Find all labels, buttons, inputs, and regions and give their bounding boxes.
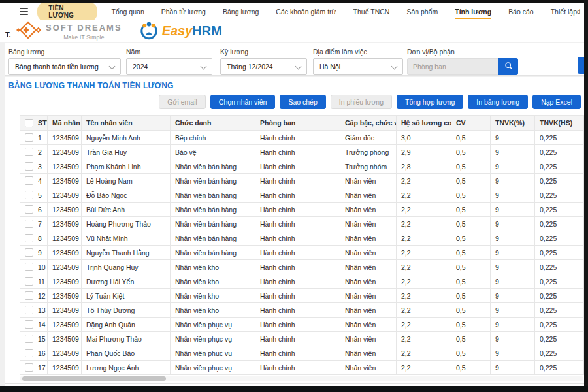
- cell-tnvk-pct: 9: [491, 131, 535, 145]
- cell-stt: 6: [33, 203, 48, 217]
- cell-tnvk-hs: 0,225: [535, 274, 584, 289]
- table-row[interactable]: 17 1234509 Lương Ngọc Ánh Nhân viên phục…: [20, 361, 584, 375]
- truncated-text: T.: [5, 31, 11, 39]
- nav-item[interactable]: Phần tử lương: [161, 4, 206, 20]
- select-dia-diem[interactable]: Hà Nội: [313, 58, 403, 75]
- row-checkbox[interactable]: [25, 133, 33, 142]
- row-checkbox[interactable]: [25, 162, 33, 171]
- table-row[interactable]: 3 1234509 Phạm Khánh Linh Nhân viên bán …: [20, 159, 584, 174]
- table-row[interactable]: 1 1234509 Nguyễn Minh Anh Bếp chính Hành…: [20, 131, 584, 145]
- cell-stt: 7: [33, 217, 48, 231]
- logo-bar: T. SOFT DREAMS Make IT Simple: [0, 20, 588, 42]
- payroll-table: STT Mã nhân viên Tên nhân viên Chức danh…: [20, 115, 584, 375]
- row-checkbox[interactable]: [25, 148, 33, 156]
- horizontal-scrollbar-thumb[interactable]: [22, 376, 166, 381]
- toolbar-button[interactable]: Tổng hợp lương: [397, 95, 463, 109]
- toolbar-button[interactable]: Nạp Excel: [532, 95, 581, 109]
- row-checkbox[interactable]: [25, 349, 33, 357]
- nav-item[interactable]: Thiết lập: [551, 4, 577, 20]
- select-nam[interactable]: 2024: [126, 58, 212, 75]
- table-row[interactable]: 8 1234509 Vũ Nhật Minh Nhân viên bán hàn…: [20, 231, 584, 246]
- nav-item[interactable]: Báo cáo: [508, 4, 534, 20]
- cell-he-so-luong: 2,8: [397, 159, 451, 174]
- table-row[interactable]: 5 1234509 Đỗ Bảo Ngọc Nhân viên bán hàng…: [20, 188, 584, 203]
- cell-tnvk-hs: 0,225: [535, 260, 584, 274]
- row-checkbox[interactable]: [25, 291, 33, 300]
- softdreams-tagline: Make IT Simple: [46, 34, 122, 41]
- nav-item[interactable]: Sản phẩm: [406, 4, 438, 20]
- nav-item[interactable]: Bảng lương: [223, 4, 259, 20]
- nav-pill-tien-luong[interactable]: TIỀN LƯƠNG: [37, 2, 97, 22]
- cell-cap-bac: Nhân viên: [340, 346, 397, 361]
- select-ky-luong[interactable]: Tháng 12/2024: [220, 58, 307, 75]
- row-checkbox[interactable]: [25, 248, 33, 257]
- cell-cap-bac: Nhân viên: [340, 188, 397, 203]
- cell-phong-ban: Hành chính: [255, 145, 340, 159]
- row-checkbox[interactable]: [25, 191, 33, 199]
- cell-cap-bac: Giám đốc: [340, 131, 397, 145]
- chevron-down-icon: [295, 63, 302, 70]
- select-bang-luong[interactable]: Bảng thanh toán tiền lương: [8, 58, 121, 75]
- cell-tnvk-hs: 0,225: [535, 159, 584, 174]
- cell-tnvk-pct: 9: [491, 174, 535, 188]
- table-row[interactable]: 14 1234509 Đặng Anh Quân Nhân viên phục …: [20, 318, 584, 332]
- cell-tnvk-pct: 9: [491, 145, 535, 159]
- hamburger-menu-icon[interactable]: [20, 8, 28, 15]
- cell-ten-nhan-vien: Vũ Nhật Minh: [82, 231, 171, 246]
- cell-stt: 17: [33, 361, 48, 375]
- cell-cv: 0,5: [451, 131, 491, 145]
- table-row[interactable]: 7 1234509 Hoàng Phương Thảo Nhân viên bá…: [20, 217, 584, 231]
- table-row[interactable]: 10 1234509 Trịnh Quang Huy Nhân viên kho…: [20, 260, 584, 274]
- table-row[interactable]: 15 1234509 Mai Phương Thảo Nhân viên phụ…: [20, 332, 584, 346]
- cell-chuc-danh: Nhân viên kho: [171, 303, 255, 318]
- table-row[interactable]: 4 1234509 Lê Hoàng Nam Nhân viên bán hàn…: [20, 174, 584, 188]
- select-ky-luong-value: Tháng 12/2024: [227, 63, 273, 71]
- select-all-checkbox[interactable]: [25, 119, 33, 127]
- table-row[interactable]: 11 1234509 Dương Hải Yến Nhân viên kho H…: [20, 274, 584, 289]
- filter-panel: Bảng lương Bảng thanh toán tiền lương Nă…: [5, 43, 584, 76]
- row-checkbox-cell: [20, 131, 33, 145]
- col-header-chuc-danh: Chức danh: [171, 116, 255, 131]
- table-row[interactable]: 12 1234509 Lý Tuấn Kiệt Nhân viên kho Hà…: [20, 289, 584, 303]
- col-header-phong-ban: Phòng ban: [255, 116, 340, 131]
- toolbar-button[interactable]: Gửi email: [159, 95, 206, 109]
- cell-phong-ban: Hành chính: [255, 217, 340, 231]
- cell-chuc-danh: Nhân viên kho: [171, 289, 255, 303]
- cell-ma-nhan-vien: 1234509: [48, 289, 82, 303]
- nav-item[interactable]: Tổng quan: [112, 4, 144, 20]
- row-checkbox[interactable]: [25, 363, 33, 372]
- nav-item[interactable]: Thuế TNCN: [353, 4, 390, 20]
- table-row[interactable]: 6 1234509 Bùi Đức Anh Nhân viên bán hàng…: [20, 203, 584, 217]
- row-checkbox[interactable]: [25, 263, 33, 271]
- row-checkbox[interactable]: [25, 277, 33, 286]
- row-checkbox-cell: [20, 289, 33, 303]
- cell-he-so-luong: 2,2: [397, 203, 451, 217]
- table-row[interactable]: 13 1234509 Tô Thúy Dương Nhân viên kho H…: [20, 303, 584, 318]
- row-checkbox[interactable]: [25, 335, 33, 343]
- nav-item[interactable]: Các khoản giảm trừ: [276, 4, 336, 20]
- toolbar-button[interactable]: In phiếu lương: [331, 95, 392, 109]
- cell-ma-nhan-vien: 1234509: [48, 231, 82, 246]
- table-row[interactable]: 16 1234509 Phan Quốc Bảo Nhân viên phục …: [20, 346, 584, 361]
- row-checkbox[interactable]: [25, 234, 33, 242]
- row-checkbox[interactable]: [25, 176, 33, 185]
- row-checkbox[interactable]: [25, 320, 33, 329]
- row-checkbox-cell: [20, 246, 33, 260]
- cell-stt: 1: [33, 131, 48, 145]
- row-checkbox[interactable]: [25, 220, 33, 228]
- search-button[interactable]: [498, 58, 518, 75]
- row-checkbox[interactable]: [25, 306, 33, 314]
- cell-tnvk-pct: 9: [491, 332, 535, 346]
- table-row[interactable]: 9 1234509 Nguyễn Thanh Hằng Nhân viên bá…: [20, 246, 584, 260]
- row-checkbox[interactable]: [25, 205, 33, 214]
- toolbar-button[interactable]: Sao chép: [280, 95, 325, 109]
- table-row[interactable]: 2 1234509 Trần Gia Huy Bảo vệ Hành chính…: [20, 145, 584, 159]
- cell-chuc-danh: Nhân viên phục vụ: [171, 346, 255, 361]
- chevron-down-icon: [201, 63, 207, 70]
- toolbar-button[interactable]: Chọn nhân viên: [210, 95, 276, 109]
- cell-cap-bac: Nhân viên: [340, 174, 397, 188]
- cell-tnvk-pct: 9: [491, 231, 535, 246]
- nav-item[interactable]: Tính lương: [455, 4, 491, 20]
- phong-ban-input[interactable]: Phòng ban: [407, 58, 498, 75]
- toolbar-button[interactable]: In bảng lương: [468, 95, 528, 109]
